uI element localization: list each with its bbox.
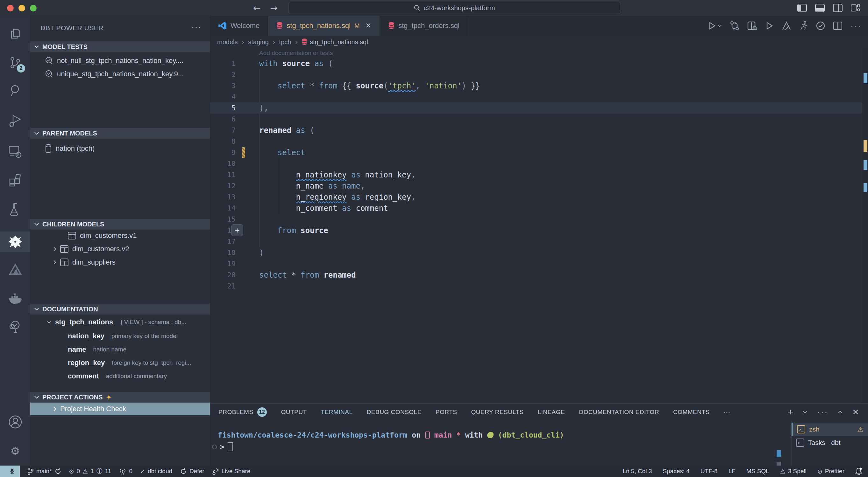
toggle-primary-sidebar-icon[interactable]	[797, 4, 807, 12]
line-number[interactable]: 5	[210, 104, 236, 112]
code-line[interactable]: 14 n_comment as comment	[210, 203, 868, 214]
toggle-panel-icon[interactable]	[815, 4, 825, 12]
eol-status[interactable]: LF	[728, 468, 736, 475]
codelens-add-docs[interactable]: Add documentation or tests	[259, 49, 333, 57]
more-actions-icon[interactable]: ···	[850, 21, 862, 31]
code-line[interactable]: 3 select * from {{ source('tpch', 'natio…	[210, 80, 868, 91]
code-line[interactable]: 10	[210, 158, 868, 169]
breadcrumb-item[interactable]: staging	[248, 38, 269, 46]
tab-stg-tpch-orders[interactable]: stg_tpch_orders.sql	[380, 16, 468, 36]
code-editor[interactable]: Add documentation or tests 1with source …	[210, 48, 868, 403]
code-line[interactable]: 12 n_name as name,	[210, 180, 868, 192]
customize-layout-icon[interactable]	[851, 4, 860, 12]
line-number[interactable]: 15	[210, 215, 236, 223]
maximize-panel-icon[interactable]	[838, 411, 842, 414]
tab-debug-console[interactable]: DEBUG CONSOLE	[367, 409, 422, 416]
code-line[interactable]: 18)	[210, 247, 868, 258]
line-number[interactable]: 2	[210, 71, 236, 78]
line-number[interactable]: 13	[210, 193, 236, 201]
encoding-status[interactable]: UTF-8	[701, 468, 718, 475]
terminal-tab-tasks-dbt[interactable]: >_ Tasks - dbt	[792, 436, 868, 449]
run-query-button[interactable]	[708, 22, 722, 30]
execute-play-icon[interactable]	[765, 22, 773, 30]
close-panel-icon[interactable]: ✕	[852, 407, 859, 417]
toggle-secondary-sidebar-icon[interactable]	[833, 4, 842, 12]
code-line[interactable]: 19	[210, 258, 868, 269]
close-tab-icon[interactable]: ✕	[366, 22, 371, 30]
breadcrumb-item[interactable]: tpch	[279, 38, 291, 46]
forward-arrow-icon[interactable]: →	[270, 3, 277, 13]
tab-stg-tpch-nations[interactable]: stg_tpch_nations.sql M ✕	[268, 16, 380, 36]
code-line[interactable]: 11 n_nationkey as nation_key,	[210, 169, 868, 180]
section-children-models[interactable]: CHILDREN MODELS	[30, 219, 210, 230]
code-line[interactable]: 15	[210, 214, 868, 225]
code-line[interactable]: 16+ from source	[210, 225, 868, 236]
model-test-item[interactable]: not_null_stg_tpch_nations_nation_key....	[30, 55, 210, 67]
code-line[interactable]: 4	[210, 91, 868, 102]
section-documentation[interactable]: DOCUMENTATION	[30, 304, 210, 314]
section-parent-models[interactable]: PARENT MODELS	[30, 128, 210, 139]
tab-documentation-editor[interactable]: DOCUMENTATION EDITOR	[579, 409, 659, 416]
line-number[interactable]: 9	[210, 148, 236, 157]
testing-beaker-icon[interactable]	[0, 199, 30, 219]
cursor-position-status[interactable]: Ln 5, Col 3	[622, 468, 652, 475]
live-share-status[interactable]: Live Share	[212, 468, 251, 475]
line-number[interactable]: 17	[210, 238, 236, 245]
language-mode-status[interactable]: MS SQL	[746, 468, 769, 475]
altimate-a-icon[interactable]	[782, 21, 791, 30]
panel-tabs-overflow-icon[interactable]: ···	[724, 409, 730, 416]
tree-check-icon[interactable]	[0, 317, 30, 337]
line-number[interactable]: 21	[210, 282, 236, 290]
code-line[interactable]: 7renamed as (	[210, 125, 868, 136]
validate-check-icon[interactable]	[816, 21, 825, 30]
code-line[interactable]: 1with source as (	[210, 58, 868, 69]
doc-column-row[interactable]: name nation name	[30, 343, 210, 355]
terminal-viewport[interactable]: fishtown/coalesce-24/c24-workshops-platf…	[210, 421, 791, 466]
dbt-power-user-icon[interactable]	[0, 232, 30, 252]
breadcrumb-file[interactable]: stg_tpch_nations.sql	[302, 38, 368, 46]
tab-lineage[interactable]: LINEAGE	[537, 409, 565, 416]
ports-status[interactable]: 0	[119, 468, 132, 475]
remote-explorer-icon[interactable]	[0, 141, 30, 162]
preview-docs-icon[interactable]	[747, 21, 757, 30]
line-number[interactable]: 12	[210, 182, 236, 190]
sidebar-more-actions[interactable]: ···	[191, 22, 202, 32]
altimate-ai-icon[interactable]	[0, 259, 30, 279]
problems-status[interactable]: ⊗ 0 ⚠ 1 ⓘ 11	[69, 467, 112, 475]
extensions-icon[interactable]	[0, 170, 30, 191]
search-sidebar-icon[interactable]	[0, 80, 30, 101]
project-health-check-item[interactable]: Project Health Check	[30, 403, 210, 415]
git-branch-status[interactable]: main*	[27, 468, 61, 475]
parent-model-item[interactable]: nation (tpch)	[30, 142, 210, 155]
new-terminal-icon[interactable]: +	[788, 407, 794, 417]
doc-column-row[interactable]: comment additional commentary	[30, 370, 210, 382]
line-number[interactable]: 7	[210, 126, 236, 134]
child-model-item[interactable]: dim_suppliers	[30, 256, 210, 268]
doc-column-row[interactable]: region_key foreign key to stg_tpch_regi.…	[30, 357, 210, 369]
code-line[interactable]: 17	[210, 236, 868, 247]
tab-comments[interactable]: COMMENTS	[673, 409, 710, 416]
code-line[interactable]: 5),	[210, 102, 868, 113]
tab-query-results[interactable]: QUERY RESULTS	[471, 409, 524, 416]
dbt-cloud-status[interactable]: ✓ dbt cloud	[140, 468, 172, 475]
tab-welcome[interactable]: Welcome	[210, 16, 268, 36]
prettier-status[interactable]: ⊘ Prettier	[817, 468, 844, 475]
terminal-list-divider[interactable]	[791, 421, 792, 466]
split-editor-icon[interactable]	[833, 22, 842, 30]
run-debug-icon[interactable]	[0, 111, 30, 131]
section-project-actions[interactable]: PROJECT ACTIONS	[30, 392, 210, 403]
model-test-item[interactable]: unique_stg_tpch_nations_nation_key.9...	[30, 68, 210, 80]
code-line[interactable]: 6	[210, 113, 868, 125]
line-number[interactable]: 20	[210, 271, 236, 279]
notifications-bell-icon[interactable]	[855, 468, 862, 475]
child-model-item[interactable]: dim_customers.v2	[30, 243, 210, 255]
defer-status[interactable]: Defer	[180, 468, 204, 475]
docker-icon[interactable]	[0, 288, 30, 308]
line-number[interactable]: 1	[210, 60, 236, 67]
back-arrow-icon[interactable]: ←	[253, 3, 260, 13]
lineage-compare-icon[interactable]	[730, 21, 739, 31]
tab-output[interactable]: OUTPUT	[281, 409, 307, 416]
code-line[interactable]: 2	[210, 69, 868, 80]
line-number[interactable]: 10	[210, 160, 236, 168]
runner-icon[interactable]	[800, 21, 808, 31]
